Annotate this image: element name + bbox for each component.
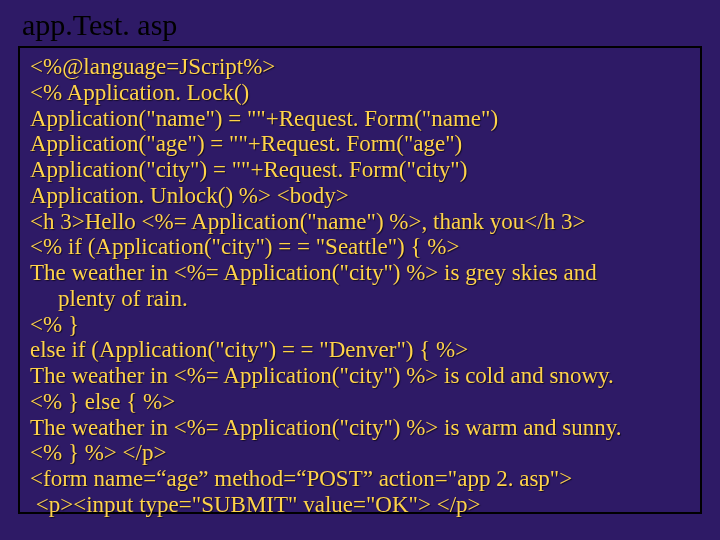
code-line: The weather in <%= Application("city") %…: [30, 260, 690, 286]
code-line: The weather in <%= Application("city") %…: [30, 415, 690, 441]
code-line: <% }: [30, 312, 690, 338]
code-line: Application. Unlock() %> <body>: [30, 183, 690, 209]
code-line: else if (Application("city") = = "Denver…: [30, 337, 690, 363]
code-line: <h 3>Hello <%= Application("name") %>, t…: [30, 209, 690, 235]
code-line: <%@language=JScript%>: [30, 54, 690, 80]
code-line: Application("age") = ""+Request. Form("a…: [30, 131, 690, 157]
code-line: <% Application. Lock(): [30, 80, 690, 106]
code-line: <% } else { %>: [30, 389, 690, 415]
code-line: plenty of rain.: [30, 286, 690, 312]
code-line: <% if (Application("city") = = "Seattle"…: [30, 234, 690, 260]
code-block: <%@language=JScript%> <% Application. Lo…: [18, 46, 702, 514]
code-line: <% } %> </p>: [30, 440, 690, 466]
slide-title: app.Test. asp: [22, 8, 702, 42]
code-line: <p><input type="SUBMIT" value="OK"> </p>: [30, 492, 690, 518]
code-line: Application("name") = ""+Request. Form("…: [30, 106, 690, 132]
slide: app.Test. asp <%@language=JScript%> <% A…: [0, 0, 720, 540]
code-line: Application("city") = ""+Request. Form("…: [30, 157, 690, 183]
code-line: <form name=“age” method=“POST” action="a…: [30, 466, 690, 492]
code-line: The weather in <%= Application("city") %…: [30, 363, 690, 389]
